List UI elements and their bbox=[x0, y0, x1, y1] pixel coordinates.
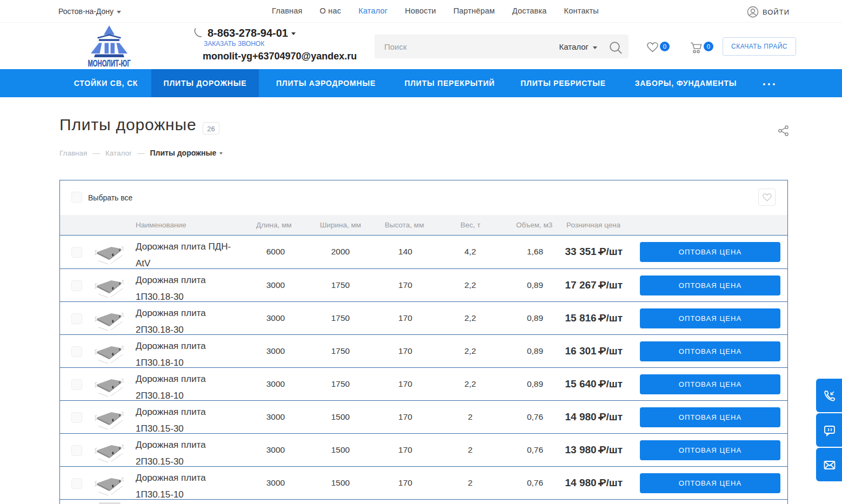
svg-text:МОНОЛИТ-ЮГ: МОНОЛИТ-ЮГ bbox=[88, 59, 131, 68]
